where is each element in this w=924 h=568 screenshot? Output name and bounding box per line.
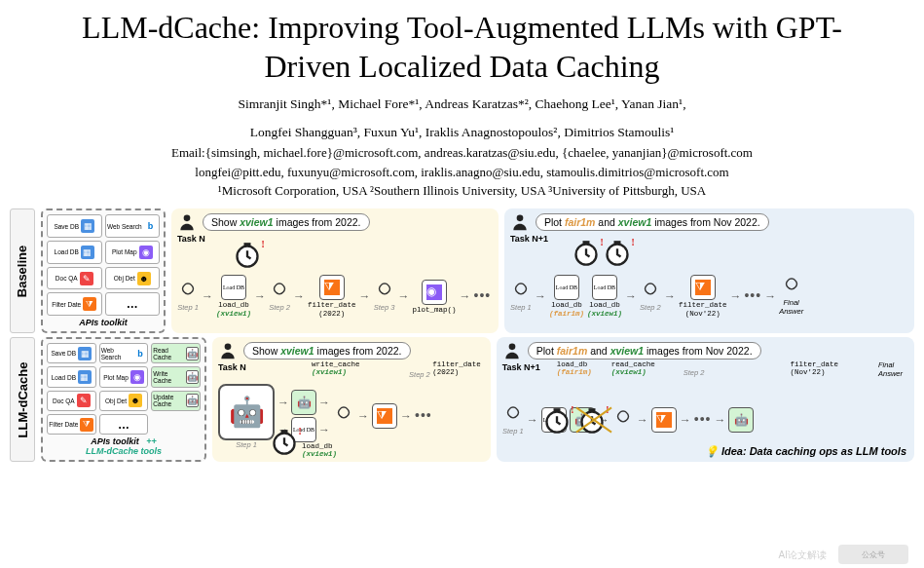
emails-line-1: Email:{simsingh, michael.fore}@microsoft… [39,144,885,162]
ellipsis-icon: ••• [415,408,432,424]
ellipsis-icon: ••• [744,288,761,304]
svg-point-0 [184,215,191,222]
user-icon [502,341,522,360]
authors-line-2: Longfei Shangguan³, Fuxun Yu¹, Iraklis A… [39,124,885,142]
clock-delay-icon: ! [271,429,298,456]
robot-cache-icon: 🤖 [218,384,275,440]
alert-icon: ! [261,238,265,249]
task-n-prompt: Show xview1 images from 2022. [203,213,370,231]
gpt-icon [177,282,199,303]
load-db-box: Load DB [554,275,579,300]
arrow-icon: → [637,413,648,428]
api-save-db: Save DB▦ [47,343,96,363]
api-plot-map: Plot Map◉ [105,241,161,264]
api-filter-date: Filter Date⧩ [47,292,102,316]
figure-1: Baseline Save DB▦ Web Searchb Load DB▦ P… [0,203,924,462]
api-update-cache: Update Cache🤖 [151,391,201,411]
clock-delay-icon: ! [234,242,261,269]
authors-line-1: Simranjit Singh*¹, Michael Fore*¹, Andre… [39,95,885,114]
api-load-db: Load DB▦ [47,366,96,387]
ellipsis-icon: ••• [694,412,712,428]
baseline-row: Baseline Save DB▦ Web Searchb Load DB▦ P… [10,208,914,333]
clock-delay-icon: ! [604,240,631,267]
write-cache-annot: write_cache(xview1) [312,360,360,376]
step2-annot: Step 2 [684,368,705,377]
paper-title: LLM-dCache: Improving Tool-Augmented LLM… [39,8,885,86]
database-icon: ▦ [78,370,92,384]
api-write-cache: Write Cache🤖 [151,366,201,387]
gpt-icon [510,282,532,303]
task-n1-prompt: Plot fair1m and xview1 images from Nov 2… [536,213,769,231]
bing-icon: b [134,347,147,360]
svg-rect-7 [613,241,620,245]
svg-rect-5 [582,241,589,245]
gpt-icon [269,282,290,303]
toolkit-caption: APIs toolkit ++LLM-dCache tools [47,436,201,456]
ellipsis-icon: ••• [474,288,492,304]
filter-icon: ⧩ [377,408,392,424]
final-answer-annot: FinalAnswer [878,360,903,378]
gpt-icon [640,282,661,303]
bing-icon: b [144,219,158,233]
robot-icon: 🤖 [186,370,199,384]
arrow-icon: → [460,289,471,304]
svg-point-11 [508,344,515,351]
toolkit-caption: APIs toolkit [47,318,160,327]
dcache-label: LLM-dCache [10,337,35,462]
arrow-icon: → [680,413,691,428]
emails-line-2: longfei@pitt.edu, fuxunyu@microsoft.com,… [39,164,885,181]
arrow-icon: → [318,396,330,410]
load-db-box: Load DB [592,275,617,300]
task-n1-label: Task N+1 [510,234,908,244]
gpt-icon [612,409,634,431]
load-db-annot: load_db(xview1) [302,442,337,458]
step2-annot: Step 2 [409,370,430,379]
robot-icon: 🤖 [186,394,199,407]
api-read-cache: Read Cache🤖 [151,343,201,363]
filter-date-annot: filter_date(2022) [432,360,481,376]
baseline-toolkit: Save DB▦ Web Searchb Load DB▦ Plot Map◉ … [41,208,166,333]
user-icon [510,212,530,232]
clock-delay-icon: ! [543,407,571,435]
baseline-task-n1: Plot fair1m and xview1 images from Nov 2… [504,208,914,333]
arrow-icon: → [293,289,305,304]
database-icon: ▦ [81,219,94,233]
arrow-icon: → [398,289,410,304]
api-more: … [105,292,161,316]
filter-date-box: ⧩ [690,275,716,300]
api-web-search: Web Searchb [105,214,161,238]
user-icon [218,341,238,360]
arrow-icon: → [400,409,412,424]
dcache-task-n: Show xview1 images from 2022. Task N wri… [212,337,491,462]
svg-point-8 [225,344,232,351]
gpt-icon [333,405,354,427]
task-n-prompt: Show xview1 images from 2022. [243,342,411,360]
idea-callout: 💡 Idea: Data caching ops as LLM tools [705,445,906,458]
watermark-text: AI论文解读 [779,549,827,562]
database-icon: ▦ [81,246,94,259]
arrow-icon: → [202,289,213,304]
arrow-icon: → [527,413,538,428]
svg-rect-10 [281,430,288,434]
api-filter-date: Filter Date⧩ [47,414,96,435]
api-save-db: Save DB▦ [47,214,102,238]
load-db-box: Load DB [221,275,246,300]
filter-icon: ⧩ [80,418,93,432]
arrow-icon: → [729,289,741,304]
arrow-icon: → [277,396,289,410]
api-obj-det: Obj Det☻ [105,267,161,290]
filter-date-box: ⧩ [372,403,397,429]
map-icon: ◉ [139,246,153,259]
detect-icon: ☻ [137,272,151,285]
plot-map-box: ◉ [422,280,447,305]
clock-delay-icon: ! [573,240,600,267]
arrow-icon: → [664,289,676,304]
affiliations: ¹Microsoft Corporation, USA ²Southern Il… [39,183,885,199]
api-web-search: Web Searchb [99,343,149,363]
watermark-badge: 公众号 [838,545,908,564]
baseline-label: Baseline [10,208,35,333]
doc-icon: ✎ [80,272,93,285]
arrow-icon: → [625,289,637,304]
map-icon: ◉ [426,284,442,300]
arrow-icon: → [535,289,546,304]
